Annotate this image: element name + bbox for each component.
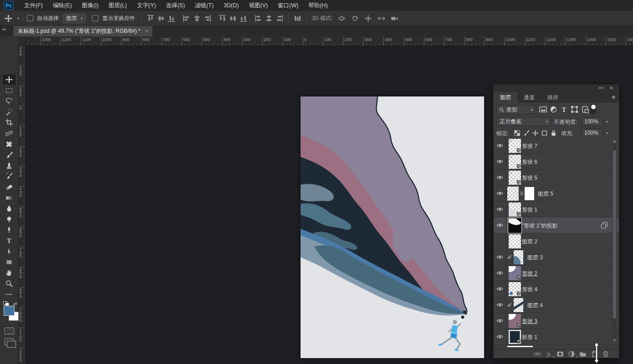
menu-item[interactable]: 3D(D)	[219, 0, 244, 11]
menu-item[interactable]: 图层(L)	[103, 0, 132, 11]
layer-thumbnail[interactable]	[509, 218, 521, 233]
edit-toolbar-tool[interactable]	[3, 289, 15, 299]
photoshop-logo[interactable]: Ps	[4, 1, 14, 10]
auto-select-target-dropdown[interactable]: 图层 ▾	[63, 14, 86, 23]
visibility-eye-icon[interactable]	[494, 281, 506, 297]
lasso-tool[interactable]	[3, 96, 15, 106]
visibility-eye-icon[interactable]	[494, 297, 506, 313]
screen-mode-icon[interactable]	[5, 339, 14, 345]
layer-row[interactable]: "形状 1"的投影	[494, 217, 619, 233]
panel-menu-icon[interactable]: ≡	[612, 94, 615, 101]
layer-mask-thumbnail[interactable]	[525, 187, 534, 200]
lock-artboard-icon[interactable]	[541, 130, 548, 136]
layer-name[interactable]: 形状 3	[522, 318, 537, 325]
layer-name[interactable]: 形状 4	[522, 286, 537, 293]
layer-thumbnail[interactable]	[509, 282, 521, 296]
pixel-layer-filter-icon[interactable]	[539, 106, 547, 113]
distribute-left-icon[interactable]	[255, 15, 262, 22]
panel-close-icon[interactable]: ✕	[610, 86, 613, 91]
opacity-chevron-icon[interactable]: ▾	[603, 117, 611, 126]
auto-align-icon[interactable]	[294, 15, 301, 22]
layer-name[interactable]: "形状 1"的投影	[522, 222, 558, 230]
layer-thumbnail[interactable]	[509, 266, 521, 280]
fx-icon[interactable]: fx▾	[545, 350, 552, 358]
layer-thumbnail[interactable]	[509, 330, 521, 344]
mask-link-icon[interactable]	[520, 190, 524, 197]
layer-row[interactable]: 形状 7	[494, 138, 619, 154]
menu-item[interactable]: 窗口(W)	[273, 0, 303, 11]
history-brush-tool[interactable]	[3, 171, 15, 181]
layer-name[interactable]: 矩形 1	[522, 334, 537, 341]
fill-chevron-icon[interactable]: ▾	[603, 128, 611, 137]
tool-preset-chevron-icon[interactable]: ▾	[17, 16, 19, 20]
move-icon[interactable]	[5, 15, 12, 22]
visibility-eye-icon[interactable]	[494, 249, 506, 265]
align-horizontal-center-icon[interactable]	[193, 15, 201, 22]
spot-healing-brush-tool[interactable]	[3, 139, 15, 149]
layer-name[interactable]: 形状 7	[522, 142, 537, 150]
tab-close-icon[interactable]: ×	[145, 28, 148, 34]
scroll-up-icon[interactable]: ▲	[613, 139, 617, 144]
distribute-vertical-center-icon[interactable]	[229, 15, 237, 22]
vertical-ruler[interactable]: 3002001000100200300400500600700800900100…	[18, 46, 26, 364]
blend-mode-dropdown[interactable]: 正片叠底 ▾	[496, 117, 551, 126]
layer-row[interactable]: 形状 6	[494, 154, 619, 170]
fill-field[interactable]: 100%	[582, 128, 602, 137]
visibility-eye-icon[interactable]	[494, 138, 506, 153]
blur-tool[interactable]	[3, 203, 15, 213]
layer-name[interactable]: 图层 4	[527, 302, 543, 309]
menu-item[interactable]: 滤镜(T)	[190, 0, 219, 11]
layer-row[interactable]: 形状 5	[494, 170, 619, 186]
3d-camera-icon[interactable]	[391, 15, 398, 22]
auto-select-checkbox[interactable]	[27, 15, 33, 21]
adjustment-layer-filter-icon[interactable]	[550, 106, 557, 113]
layer-thumbnail[interactable]	[514, 298, 523, 312]
distribute-right-icon[interactable]	[276, 15, 283, 22]
default-colors-icon[interactable]	[3, 301, 9, 306]
menu-item[interactable]: 帮助(H)	[303, 0, 332, 11]
visibility-eye-icon[interactable]	[494, 186, 506, 201]
layer-thumbnail[interactable]	[509, 314, 521, 328]
lock-paint-icon[interactable]	[523, 130, 530, 136]
3d-slide-icon[interactable]	[378, 15, 385, 22]
align-left-icon[interactable]	[183, 15, 190, 22]
type-tool[interactable]: T	[3, 236, 15, 246]
quick-selection-tool[interactable]	[3, 107, 15, 117]
zoom-tool[interactable]	[3, 278, 15, 288]
layer-row[interactable]: 形状 1	[494, 202, 619, 217]
ruler-tool[interactable]	[3, 128, 15, 138]
layer-row[interactable]: 图层 4	[494, 297, 619, 313]
shape-layer-filter-icon[interactable]	[571, 106, 578, 113]
collapse-arrows-icon[interactable]: ▸▸	[3, 27, 6, 31]
layer-thumbnail[interactable]	[509, 171, 521, 185]
layer-thumbnail[interactable]	[507, 187, 519, 201]
menu-item[interactable]: 视图(V)	[244, 0, 273, 11]
smart-object-filter-icon[interactable]	[581, 106, 589, 113]
visibility-eye-icon[interactable]	[494, 329, 506, 344]
layer-name[interactable]: 图层 3	[527, 254, 543, 262]
scroll-down-icon[interactable]: ▼	[613, 339, 617, 343]
layer-thumbnail[interactable]	[514, 250, 523, 264]
opacity-field[interactable]: 100%	[582, 117, 602, 126]
link-layers-icon[interactable]	[534, 350, 541, 358]
horizontal-ruler[interactable]: 1300120011001000900800700600500400300200…	[25, 36, 633, 46]
pen-tool[interactable]	[3, 225, 15, 235]
layer-name[interactable]: 形状 5	[522, 174, 537, 182]
effect-copy-icon[interactable]	[601, 222, 608, 229]
layer-row[interactable]: 图层 2	[494, 233, 619, 249]
menu-item[interactable]: 文字(Y)	[132, 0, 161, 11]
delete-layer-icon[interactable]	[602, 350, 609, 358]
lock-position-icon[interactable]	[532, 130, 539, 136]
show-transform-checkbox[interactable]	[92, 15, 98, 21]
gradient-tool[interactable]	[3, 193, 15, 203]
3d-pan-icon[interactable]	[364, 15, 372, 22]
layer-thumbnail[interactable]	[509, 139, 521, 153]
quick-mask-mode-icon[interactable]	[5, 328, 14, 334]
dodge-tool[interactable]	[3, 214, 15, 224]
visibility-eye-icon[interactable]	[494, 265, 506, 281]
filter-toggle-switch[interactable]	[590, 104, 596, 115]
panel-tab-通道[interactable]: 通道	[517, 92, 541, 103]
add-layer-mask-icon[interactable]	[556, 350, 564, 358]
3d-roll-icon[interactable]	[351, 15, 359, 22]
document-canvas[interactable]	[301, 96, 484, 358]
